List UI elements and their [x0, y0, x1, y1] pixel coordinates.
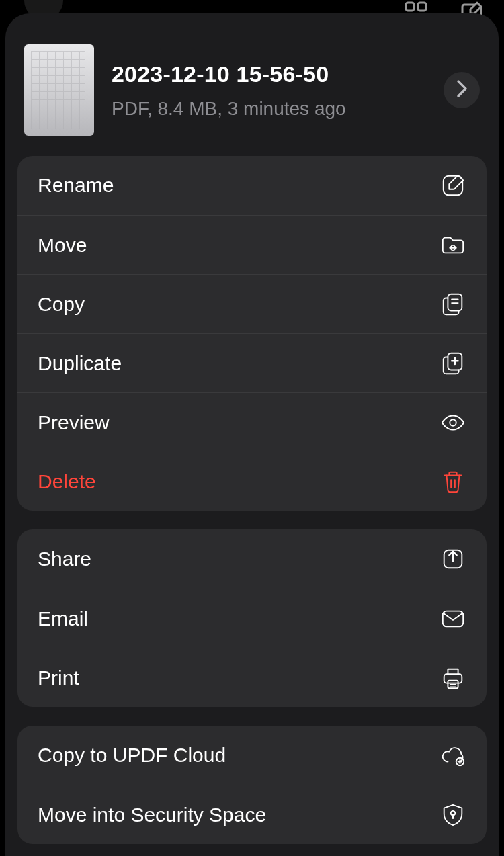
svg-rect-3 [448, 294, 462, 310]
action-label: Email [38, 607, 88, 630]
svg-rect-1 [418, 3, 426, 11]
action-label: Duplicate [38, 352, 122, 375]
rename-action[interactable]: Rename [17, 156, 487, 215]
print-action[interactable]: Print [17, 648, 487, 707]
file-thumbnail [24, 44, 94, 136]
svg-rect-8 [444, 674, 462, 683]
action-label: Share [38, 548, 91, 570]
cloud-add-icon [439, 742, 466, 769]
share-icon [439, 546, 466, 572]
eye-icon [439, 409, 466, 436]
action-label: Copy to UPDF Cloud [38, 744, 226, 767]
mail-icon [439, 605, 466, 632]
svg-rect-7 [443, 611, 463, 626]
share-action[interactable]: Share [17, 529, 487, 589]
action-label: Copy [38, 293, 85, 316]
move-action[interactable]: Move [17, 215, 487, 274]
folder-move-icon [439, 232, 466, 259]
duplicate-action[interactable]: Duplicate [17, 333, 487, 392]
action-group: RenameMoveCopyDuplicatePreviewDelete [17, 156, 487, 511]
delete-action[interactable]: Delete [17, 452, 487, 511]
action-label: Delete [38, 470, 96, 493]
action-group: ShareEmailPrint [17, 529, 487, 707]
file-title: 2023-12-10 15-56-50 [112, 61, 426, 87]
print-icon [439, 665, 466, 691]
edit-icon [439, 172, 466, 199]
action-group: Copy to UPDF CloudMove into Security Spa… [17, 726, 487, 844]
action-label: Move [38, 234, 87, 257]
action-label: Rename [38, 174, 114, 197]
file-header[interactable]: 2023-12-10 15-56-50 PDF, 8.4 MB, 3 minut… [5, 26, 499, 156]
svg-rect-2 [444, 176, 463, 196]
copy-action[interactable]: Copy [17, 274, 487, 333]
file-detail-button[interactable] [444, 72, 480, 108]
shield-icon [439, 802, 466, 828]
email-action[interactable]: Email [17, 589, 487, 648]
copy-cloud-action[interactable]: Copy to UPDF Cloud [17, 726, 487, 785]
action-label: Move into Security Space [38, 804, 266, 826]
svg-point-5 [450, 419, 456, 426]
action-label: Preview [38, 411, 110, 434]
copy-icon [439, 291, 466, 318]
duplicate-icon [439, 350, 466, 377]
chevron-right-icon [454, 79, 469, 101]
preview-action[interactable]: Preview [17, 392, 487, 452]
security-space-action[interactable]: Move into Security Space [17, 785, 487, 844]
trash-icon [439, 468, 466, 495]
action-sheet: 2023-12-10 15-56-50 PDF, 8.4 MB, 3 minut… [5, 13, 499, 856]
file-subtitle: PDF, 8.4 MB, 3 minutes ago [112, 98, 426, 120]
svg-rect-0 [406, 3, 414, 11]
action-label: Print [38, 667, 79, 689]
